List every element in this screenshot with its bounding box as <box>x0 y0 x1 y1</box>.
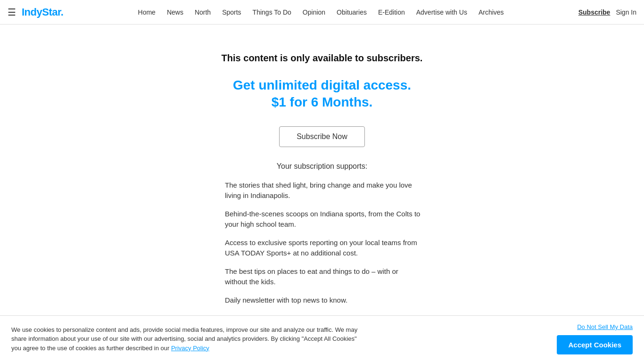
do-not-sell-button[interactable]: Do Not Sell My Data <box>577 323 633 330</box>
cookie-banner: We use cookies to personalize content an… <box>0 315 644 343</box>
benefit-item: The stories that shed light, bring chang… <box>223 180 421 201</box>
header-left: ☰ IndyStar. <box>8 6 63 18</box>
site-logo[interactable]: IndyStar. <box>22 6 63 18</box>
nav-item-opinion[interactable]: Opinion <box>298 6 330 19</box>
benefit-item: Daily newsletter with top news to know. <box>223 295 421 306</box>
subscribe-now-button[interactable]: Subscribe Now <box>279 126 365 147</box>
nav-item-e-edition[interactable]: E-Edition <box>373 6 410 19</box>
main-nav: HomeNewsNorthSportsThings To DoOpinionOb… <box>63 6 578 19</box>
nav-item-sports[interactable]: Sports <box>217 6 246 19</box>
accept-cookies-button[interactable]: Accept Cookies <box>557 335 633 343</box>
paywall-title: This content is only available to subscr… <box>222 53 423 64</box>
benefit-item: Access to exclusive sports reporting on … <box>223 238 421 259</box>
main-content: This content is only available to subscr… <box>0 25 644 343</box>
cookie-text-part1: We use cookies to personalize content an… <box>11 326 357 343</box>
signin-button[interactable]: Sign In <box>616 8 636 16</box>
site-header: ☰ IndyStar. HomeNewsNorthSportsThings To… <box>0 0 644 25</box>
hamburger-icon[interactable]: ☰ <box>8 7 16 18</box>
nav-item-advertise[interactable]: Advertise with Us <box>412 6 472 19</box>
subscribe-button[interactable]: Subscribe <box>578 8 611 16</box>
supports-title: Your subscription supports: <box>277 162 367 171</box>
benefit-item: Behind-the-scenes scoops on Indiana spor… <box>223 209 421 230</box>
cookie-actions: Do Not Sell My Data Accept Cookies <box>557 323 633 343</box>
nav-item-things-to-do[interactable]: Things To Do <box>248 6 296 19</box>
cookie-text: We use cookies to personalize content an… <box>11 325 360 343</box>
nav-item-home[interactable]: Home <box>133 6 160 19</box>
header-right: Subscribe Sign In <box>578 8 636 16</box>
offer-line2: $1 for 6 Months. <box>233 94 411 111</box>
nav-item-north[interactable]: North <box>190 6 215 19</box>
paywall-offer: Get unlimited digital access. $1 for 6 M… <box>233 77 411 111</box>
benefit-item: The best tips on places to eat and thing… <box>223 266 421 288</box>
nav-item-news[interactable]: News <box>162 6 188 19</box>
offer-line1: Get unlimited digital access. <box>233 77 411 94</box>
benefits-list: The stories that shed light, bring chang… <box>223 180 421 324</box>
nav-item-archives[interactable]: Archives <box>474 6 509 19</box>
nav-item-obituaries[interactable]: Obituaries <box>332 6 372 19</box>
